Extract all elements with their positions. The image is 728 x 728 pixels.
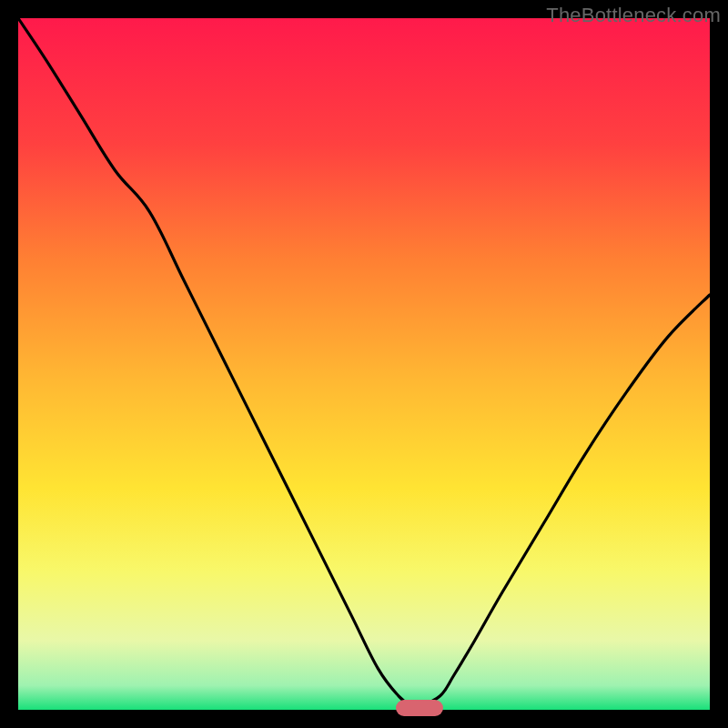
chart-svg [18, 18, 710, 710]
watermark-text: TheBottleneck.com [546, 4, 721, 27]
chart-container: TheBottleneck.com [0, 0, 728, 728]
gradient-background [18, 18, 710, 710]
plot-area [18, 18, 710, 710]
optimal-marker [396, 700, 443, 716]
